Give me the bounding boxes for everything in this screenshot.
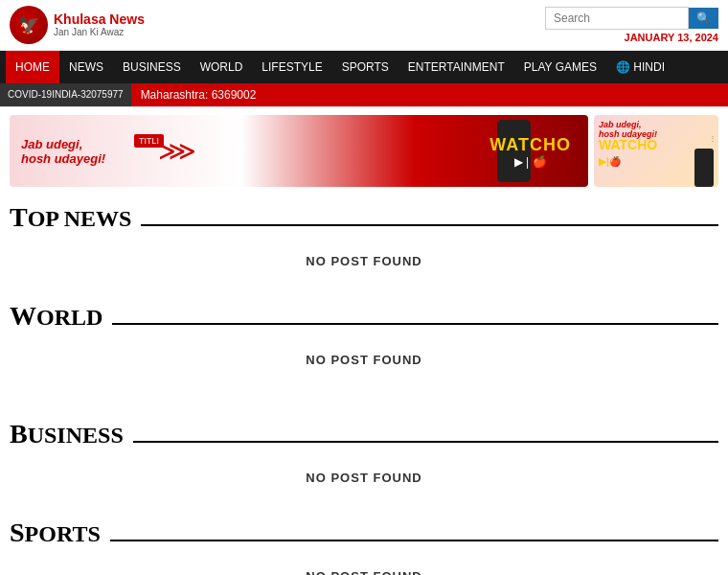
top-news-no-post: NO POST FOUND (10, 237, 718, 286)
section-business-header: BUSINESS (10, 419, 718, 449)
section-top-news-header: TOP NEWS (10, 202, 718, 233)
main-nav: HOME NEWS BUSINESS WORLD LIFESTYLE SPORT… (0, 51, 728, 83)
side-text1: Jab udegi,hosh udayegi! (599, 120, 657, 139)
banner-side[interactable]: Jab udegi,hosh udayegi! WATCHO▶|🍎 ⋮ (594, 115, 718, 187)
side-dots: ⋮ (709, 134, 717, 143)
section-divider (141, 224, 718, 226)
ticker-tag-line2: INDIA-32075977 (52, 89, 124, 101)
section-top-news: TOP NEWS NO POST FOUND (0, 195, 728, 293)
banner-text: Jab udegi, hosh udayegi! (10, 129, 117, 173)
section-business-divider (133, 441, 718, 443)
section-business-title: BUSINESS (10, 419, 124, 449)
section-sports: SPORTS NO POST FOUND (0, 510, 728, 575)
section-sports-title: SPORTS (10, 518, 101, 548)
spacer (0, 392, 728, 411)
section-sports-divider (110, 540, 718, 541)
watcho-logo: WATCHO ▶ | 🍎 (489, 134, 571, 168)
world-no-post: NO POST FOUND (10, 335, 718, 384)
section-world-divider (112, 323, 718, 325)
business-no-post: NO POST FOUND (10, 453, 718, 502)
section-world-title: WORLD (10, 301, 102, 332)
nav-business[interactable]: BUSINESS (113, 51, 191, 83)
side-phone-mockup (694, 149, 714, 187)
nav-world[interactable]: WORLD (191, 51, 253, 83)
nav-hindi[interactable]: 🌐 HINDI (606, 51, 674, 83)
ticker-tag-line1: COVID-19 (8, 89, 52, 101)
site-name: Khulasa News (54, 12, 145, 27)
banner-line1: Jab udegi, (21, 137, 105, 151)
nav-home[interactable]: HOME (6, 51, 59, 83)
ticker-text: Maharashtra: 6369002 (141, 88, 257, 102)
search-button[interactable]: 🔍 (689, 8, 718, 29)
logo-area: 🦅 Khulasa News Jan Jan Ki Awaz (10, 6, 145, 44)
ticker-content: Maharashtra: 6369002 (131, 83, 728, 106)
banner-main[interactable]: Jab udegi, hosh udayegi! TITLI ⋙ WATCHO … (10, 115, 588, 187)
section-top-news-title: TOP NEWS (10, 202, 131, 233)
site-date: JANUARY 13, 2024 (625, 32, 718, 43)
banner-line2: hosh udayegi! (21, 151, 105, 166)
section-business: BUSINESS NO POST FOUND (0, 411, 728, 510)
search-area: 🔍 (545, 7, 718, 30)
nav-entertainment[interactable]: ENTERTAINMENT (398, 51, 514, 83)
side-watcho-logo: WATCHO▶|🍎 (599, 137, 657, 168)
section-world-header: WORLD (10, 301, 718, 332)
search-input[interactable] (545, 7, 689, 30)
nav-news[interactable]: NEWS (59, 51, 113, 83)
nav-sports[interactable]: SPORTS (332, 51, 398, 83)
sports-no-post: NO POST FOUND (10, 552, 718, 575)
section-sports-header: SPORTS (10, 518, 718, 548)
logo-icon: 🦅 (10, 6, 48, 44)
nav-play-games[interactable]: PLAY GAMES (514, 51, 606, 83)
banner-side-inner: Jab udegi,hosh udayegi! WATCHO▶|🍎 ⋮ (594, 115, 718, 187)
ticker-bar: COVID-19 INDIA-32075977 Maharashtra: 636… (0, 83, 728, 107)
nav-lifestyle[interactable]: LIFESTYLE (252, 51, 331, 83)
logo-text-block: Khulasa News Jan Jan Ki Awaz (54, 12, 145, 37)
banner-area: Jab udegi, hosh udayegi! TITLI ⋙ WATCHO … (0, 107, 728, 195)
section-world: WORLD NO POST FOUND (0, 293, 728, 392)
arrow-icon: ⋙ (158, 135, 196, 167)
header-right: 🔍 JANUARY 13, 2024 (545, 7, 718, 43)
site-tagline: Jan Jan Ki Awaz (54, 27, 145, 37)
ticker-tag: COVID-19 INDIA-32075977 (0, 83, 131, 106)
site-header: 🦅 Khulasa News Jan Jan Ki Awaz 🔍 JANUARY… (0, 0, 728, 51)
